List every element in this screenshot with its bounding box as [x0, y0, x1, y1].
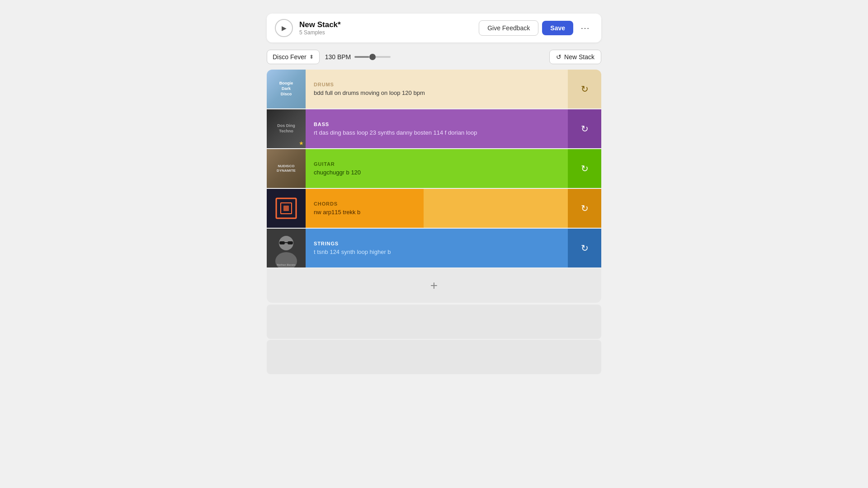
more-options-button[interactable]: ⋯	[577, 20, 593, 36]
track-row: Dos DingTechno ★ BASS rt das ding bass l…	[267, 109, 601, 148]
header: ▶ New Stack* 5 Samples Give Feedback Sav…	[267, 14, 601, 42]
chords-description: nw arp115 trekk b	[314, 209, 415, 216]
strings-content[interactable]: STRINGS t tsnb 124 synth loop higher b	[306, 229, 568, 267]
bpm-slider[interactable]	[354, 56, 391, 58]
bass-refresh-button[interactable]: ↻	[568, 109, 601, 148]
guitar-category-label: GUITAR	[314, 161, 560, 167]
bass-thumbnail[interactable]: Dos DingTechno ★	[267, 109, 306, 148]
drums-description: bdd full on drums moving on loop 120 bpm	[314, 89, 560, 96]
drums-refresh-button[interactable]: ↻	[568, 70, 601, 108]
drums-content[interactable]: DRUMS bdd full on drums moving on loop 1…	[306, 70, 568, 108]
drums-category-label: DRUMS	[314, 82, 560, 87]
stack-info: New Stack* 5 Samples	[299, 20, 472, 36]
new-stack-button[interactable]: ↺ New Stack	[549, 50, 601, 64]
refresh-icon: ↻	[581, 243, 589, 253]
guitar-art: NUDISCODYNAMITE	[267, 149, 306, 188]
bass-category-label: BASS	[314, 122, 560, 127]
new-stack-label: New Stack	[564, 53, 594, 61]
genre-label: Disco Fever	[273, 53, 307, 61]
strings-category-label: STRINGS	[314, 241, 560, 246]
strings-thumbnail[interactable]: Nathan Barato	[267, 229, 306, 267]
drums-thumbnail[interactable]: BoogieDarkDisco	[267, 70, 306, 108]
new-stack-refresh-icon: ↺	[556, 53, 561, 61]
svg-rect-8	[284, 242, 288, 243]
svg-rect-6	[279, 241, 285, 244]
empty-slot-1	[267, 305, 601, 339]
guitar-thumbnail[interactable]: NUDISCODYNAMITE	[267, 149, 306, 188]
svg-text:Nathan Barato: Nathan Barato	[277, 263, 295, 266]
stack-subtitle: 5 Samples	[299, 29, 472, 36]
bass-content[interactable]: BASS rt das ding bass loop 23 synths dan…	[306, 109, 568, 148]
bpm-label: 130 BPM	[325, 53, 351, 61]
track-row: CHORDS nw arp115 trekk b ↻	[267, 189, 601, 228]
empty-slot-2	[267, 340, 601, 374]
bass-description: rt das ding bass loop 23 synths danny bo…	[314, 129, 560, 136]
drums-art: BoogieDarkDisco	[267, 70, 306, 108]
refresh-icon: ↻	[581, 84, 589, 94]
genre-selector[interactable]: Disco Fever ⬍	[267, 50, 320, 64]
chords-art-svg	[273, 195, 300, 222]
track-row: NUDISCODYNAMITE GUITAR chugchuggr b 120 …	[267, 149, 601, 188]
chords-category-label: CHORDS	[314, 201, 415, 206]
strings-refresh-button[interactable]: ↻	[568, 229, 601, 267]
track-row: Nathan Barato STRINGS t tsnb 124 synth l…	[267, 229, 601, 267]
add-track-icon: +	[430, 278, 438, 293]
toolbar: Disco Fever ⬍ 130 BPM ↺ New Stack	[267, 50, 601, 64]
save-button[interactable]: Save	[542, 21, 573, 35]
give-feedback-button[interactable]: Give Feedback	[479, 20, 538, 36]
main-container: ▶ New Stack* 5 Samples Give Feedback Sav…	[267, 14, 601, 479]
refresh-icon: ↻	[581, 203, 589, 214]
guitar-refresh-button[interactable]: ↻	[568, 149, 601, 188]
refresh-icon: ↻	[581, 163, 589, 174]
chords-content[interactable]: CHORDS nw arp115 trekk b	[306, 189, 424, 228]
header-actions: Give Feedback Save ⋯	[479, 20, 593, 36]
chords-bar: CHORDS nw arp115 trekk b	[306, 189, 568, 228]
add-track-button[interactable]: +	[267, 268, 601, 303]
chords-art	[267, 189, 306, 228]
strings-art: Nathan Barato	[267, 229, 306, 267]
track-row: BoogieDarkDisco DRUMS bdd full on drums …	[267, 70, 601, 108]
refresh-icon: ↻	[581, 123, 589, 134]
play-button[interactable]: ▶	[275, 19, 293, 37]
svg-rect-2	[283, 206, 289, 211]
star-badge: ★	[299, 140, 304, 146]
chords-right-area	[424, 189, 568, 228]
strings-description: t tsnb 124 synth loop higher b	[314, 249, 560, 255]
chevron-icon: ⬍	[309, 54, 314, 60]
strings-art-svg: Nathan Barato	[267, 229, 306, 267]
chords-thumbnail[interactable]	[267, 189, 306, 228]
guitar-content[interactable]: GUITAR chugchuggr b 120	[306, 149, 568, 188]
svg-rect-7	[288, 241, 293, 244]
bpm-control: 130 BPM	[325, 53, 391, 61]
stack-title: New Stack*	[299, 20, 472, 29]
chords-refresh-button[interactable]: ↻	[568, 189, 601, 228]
guitar-description: chugchuggr b 120	[314, 169, 560, 176]
